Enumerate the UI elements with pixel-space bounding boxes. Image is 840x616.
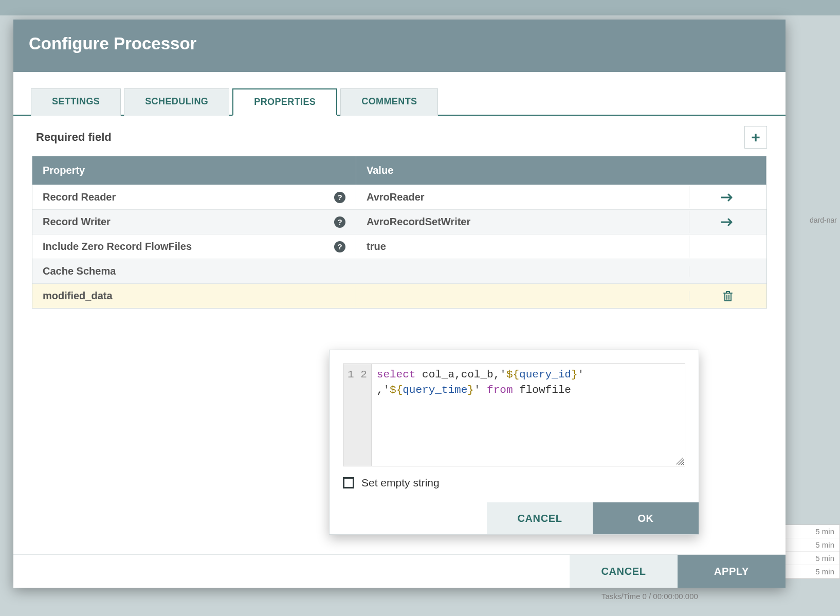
help-icon[interactable]: ? (334, 216, 345, 228)
tasks-time-label: Tasks/Time 0 / 00:00:00.000 (601, 592, 698, 601)
resize-handle-icon[interactable] (677, 458, 684, 465)
property-value: AvroRecordSetWriter (367, 216, 470, 228)
col-header-property: Property (32, 156, 356, 185)
properties-table: Property Value Record Reader ? AvroReade… (32, 156, 767, 309)
goto-arrow-icon[interactable] (721, 218, 735, 226)
help-icon[interactable]: ? (334, 241, 345, 252)
tab-properties[interactable]: PROPERTIES (232, 88, 337, 116)
tabs: SETTINGS SCHEDULING PROPERTIES COMMENTS (13, 72, 786, 116)
property-name: Record Writer (43, 216, 111, 228)
property-value: AvroReader (367, 191, 425, 203)
trash-icon[interactable] (723, 291, 733, 302)
code-editor[interactable]: 1 2 select col_a,col_b,'${query_id}' ,'$… (343, 364, 685, 466)
tab-scheduling[interactable]: SCHEDULING (124, 88, 229, 116)
toolbar-strip (0, 0, 840, 15)
code-content[interactable]: select col_a,col_b,'${query_id}' ,'${que… (372, 364, 685, 466)
tab-settings[interactable]: SETTINGS (31, 88, 121, 116)
plus-icon: + (751, 129, 760, 146)
tab-comments[interactable]: COMMENTS (340, 88, 438, 116)
property-row-modified-data[interactable]: modified_data (32, 283, 766, 308)
editor-ok-button[interactable]: OK (593, 502, 699, 534)
property-row-record-writer[interactable]: Record Writer ? AvroRecordSetWriter (32, 209, 766, 234)
property-name: Record Reader (43, 191, 116, 203)
col-header-value: Value (356, 156, 766, 185)
goto-arrow-icon[interactable] (721, 193, 735, 202)
property-name: modified_data (43, 290, 113, 302)
property-row-include-zero[interactable]: Include Zero Record FlowFiles ? true (32, 234, 766, 259)
nar-hint-label: dard-nar (810, 216, 837, 224)
dialog-apply-button[interactable]: APPLY (678, 555, 786, 588)
set-empty-checkbox[interactable] (343, 477, 354, 488)
set-empty-label: Set empty string (361, 477, 440, 489)
property-row-record-reader[interactable]: Record Reader ? AvroReader (32, 185, 766, 209)
help-icon[interactable]: ? (334, 192, 345, 203)
dialog-title: Configure Processor (13, 20, 786, 72)
property-name: Cache Schema (43, 265, 116, 277)
dialog-cancel-button[interactable]: CANCEL (570, 555, 678, 588)
dialog-footer: CANCEL APPLY (13, 554, 786, 588)
section-title: Required field (36, 131, 112, 144)
editor-cancel-button[interactable]: CANCEL (487, 502, 593, 534)
property-row-cache-schema[interactable]: Cache Schema (32, 259, 766, 283)
property-name: Include Zero Record FlowFiles (43, 241, 192, 252)
configure-processor-dialog: Configure Processor SETTINGS SCHEDULING … (13, 20, 786, 588)
property-value: true (367, 241, 386, 252)
code-gutter: 1 2 (343, 364, 372, 466)
property-value-editor: 1 2 select col_a,col_b,'${query_id}' ,'$… (329, 350, 699, 535)
add-property-button[interactable]: + (744, 126, 767, 149)
